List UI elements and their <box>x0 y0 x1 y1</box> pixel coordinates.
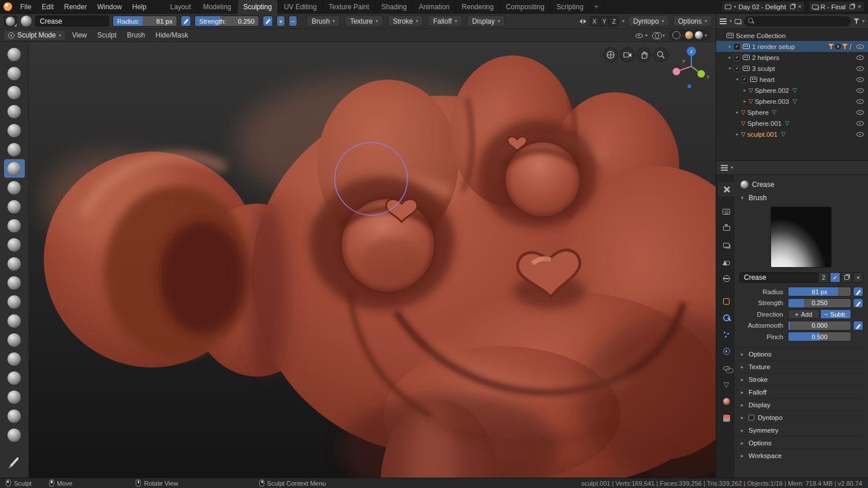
tool-mask[interactable] <box>4 426 25 444</box>
menu-window[interactable]: Window <box>92 0 127 14</box>
duplicate-brush-button[interactable] <box>841 272 852 283</box>
mirror-x-toggle[interactable]: X <box>590 16 599 27</box>
workspace-tab-modeling[interactable]: Modeling <box>197 0 238 14</box>
properties-tab-texture[interactable] <box>718 411 735 426</box>
panel-texture-1[interactable]: ▸Texture <box>738 360 863 373</box>
expand-arrow-icon[interactable]: ▸ <box>726 44 734 49</box>
expand-arrow-icon[interactable]: ▸ <box>741 99 749 104</box>
properties-tab-tool[interactable] <box>718 182 735 197</box>
new-scene-button[interactable] <box>790 5 795 9</box>
toolheader-menu-brush[interactable]: Brush▾ <box>306 16 340 27</box>
workspace-tab-animation[interactable]: Animation <box>413 0 456 14</box>
collection-checkbox[interactable]: ✓ <box>741 76 748 83</box>
tool-clay[interactable] <box>4 64 25 82</box>
chevron-down-icon[interactable]: ▾ <box>731 165 733 170</box>
rendered-shading-button[interactable] <box>695 31 703 39</box>
properties-tab-object-data[interactable]: ▽ <box>718 377 735 392</box>
panel-options-7[interactable]: ▸Options <box>738 436 863 449</box>
fake-user-button[interactable]: ✓ <box>830 272 840 283</box>
tool-inflate[interactable] <box>4 121 25 140</box>
chevron-down-icon[interactable]: ▾ <box>705 33 707 38</box>
tool-pinch[interactable] <box>4 254 25 273</box>
panel-symmetry-6[interactable]: ▸Symmetry <box>738 423 863 436</box>
direction-subtract-toggle[interactable]: − <box>289 16 297 27</box>
wireframe-shading-button[interactable] <box>672 31 680 39</box>
slider-radius[interactable]: 81 px <box>788 287 851 296</box>
tool-scrape[interactable] <box>4 235 25 254</box>
viewport-menu-brush[interactable]: Brush <box>122 31 150 39</box>
tool-clay-strips[interactable] <box>4 83 25 102</box>
unified-toggle-button[interactable] <box>853 321 863 331</box>
brush-panel-header[interactable]: ▾ Brush <box>738 192 863 204</box>
properties-tab-render[interactable] <box>718 204 735 219</box>
menu-edit[interactable]: Edit <box>36 0 59 14</box>
viewport-3d[interactable]: Z Y X <box>29 42 716 478</box>
workspace-tab-sculpting[interactable]: Sculpting <box>238 0 278 14</box>
properties-editor-icon[interactable] <box>721 165 728 171</box>
tool-flatten[interactable] <box>4 197 25 216</box>
blender-logo-icon[interactable] <box>0 0 15 14</box>
properties-tab-view-layer[interactable] <box>718 238 735 253</box>
properties-tab-output[interactable] <box>718 221 735 236</box>
workspace-tab-compositing[interactable]: Compositing <box>500 0 551 14</box>
workspace-tab-shading[interactable]: Shading <box>376 0 413 14</box>
workspace-tab-scripting[interactable]: Scripting <box>551 0 590 14</box>
hide-eye-toggle[interactable] <box>856 43 865 50</box>
users-count-button[interactable]: 2 <box>818 272 829 283</box>
tool-pose[interactable] <box>4 350 25 368</box>
delete-view-layer-button[interactable]: × <box>856 3 861 10</box>
solid-shading-button[interactable] <box>682 35 683 36</box>
properties-tab-material[interactable] <box>718 394 735 409</box>
collapse-arrow-icon[interactable]: ▾ <box>734 77 741 82</box>
panel-dyntopo-5[interactable]: ▸Dyntopo <box>738 411 863 423</box>
panel-options-0[interactable]: ▸Options <box>738 347 863 360</box>
expand-arrow-icon[interactable]: ▸ <box>734 132 741 137</box>
tool-blob[interactable] <box>4 140 25 159</box>
properties-tab-constraints[interactable] <box>718 361 735 376</box>
toolheader-menu-texture[interactable]: Texture▾ <box>345 16 383 27</box>
tool-annotate[interactable] <box>4 453 25 471</box>
brush-name-field[interactable]: Crease <box>739 272 817 283</box>
unlink-brush-button[interactable]: × <box>853 272 863 283</box>
tool-nudge[interactable] <box>4 369 25 387</box>
chevron-down-icon[interactable]: ▾ <box>862 18 865 24</box>
strength-slider[interactable]: Strength: 0.250 <box>194 16 259 27</box>
panel-display-4[interactable]: ▸Display <box>738 398 863 411</box>
dyntopo-dropdown[interactable]: Dyntopo ▾ <box>628 16 669 27</box>
nav-dot-indicator[interactable] <box>687 84 692 89</box>
properties-tab-modifiers[interactable] <box>718 310 735 325</box>
camera-view-button[interactable] <box>620 47 635 62</box>
delete-scene-button[interactable]: × <box>797 3 802 10</box>
chevron-down-icon[interactable]: ▾ <box>622 18 624 24</box>
expand-arrow-icon[interactable]: ▸ <box>741 88 749 93</box>
brush-preview-icon[interactable] <box>21 16 32 27</box>
overlays-toggle[interactable]: ▾ <box>635 32 648 39</box>
hide-eye-toggle[interactable] <box>856 98 865 105</box>
workspace-tab-texture-paint[interactable]: Texture Paint <box>323 0 376 14</box>
tool-elastic-deform[interactable] <box>4 292 25 311</box>
collection-checkbox[interactable]: ✓ <box>734 54 740 61</box>
panel-workspace-8[interactable]: ▸Workspace <box>738 449 863 461</box>
outliner-row-scene-collection[interactable]: Scene Collection <box>716 30 868 41</box>
outliner-row-sphere-002[interactable]: ▸▽Sphere.002▽ <box>716 85 868 96</box>
outliner-search-input[interactable] <box>757 18 847 25</box>
workspace-tab-rendering[interactable]: Rendering <box>456 0 500 14</box>
hide-eye-toggle[interactable] <box>856 131 865 138</box>
tool-crease[interactable] <box>4 159 25 178</box>
chevron-down-icon[interactable]: ▾ <box>729 18 732 24</box>
filter-button[interactable] <box>854 18 859 24</box>
unified-radius-toggle[interactable] <box>181 16 191 27</box>
menu-file[interactable]: File <box>15 0 36 14</box>
axis-y-ball[interactable] <box>698 70 705 78</box>
navigation-gizmo[interactable]: Z Y X <box>667 42 716 91</box>
outliner-editor-icon[interactable] <box>720 18 727 24</box>
tool-thumb[interactable] <box>4 331 25 349</box>
hide-eye-toggle[interactable] <box>856 76 865 83</box>
outliner-row-sphere[interactable]: ▸▽Sphere▽ <box>716 107 868 118</box>
hide-eye-toggle[interactable] <box>856 54 865 61</box>
brush-preview[interactable] <box>770 207 832 268</box>
tool-fill[interactable] <box>4 216 25 235</box>
outliner-row-heart[interactable]: ▾✓heart <box>716 74 868 85</box>
collapse-arrow-icon[interactable]: ▾ <box>726 66 734 71</box>
new-view-layer-button[interactable] <box>850 5 854 9</box>
